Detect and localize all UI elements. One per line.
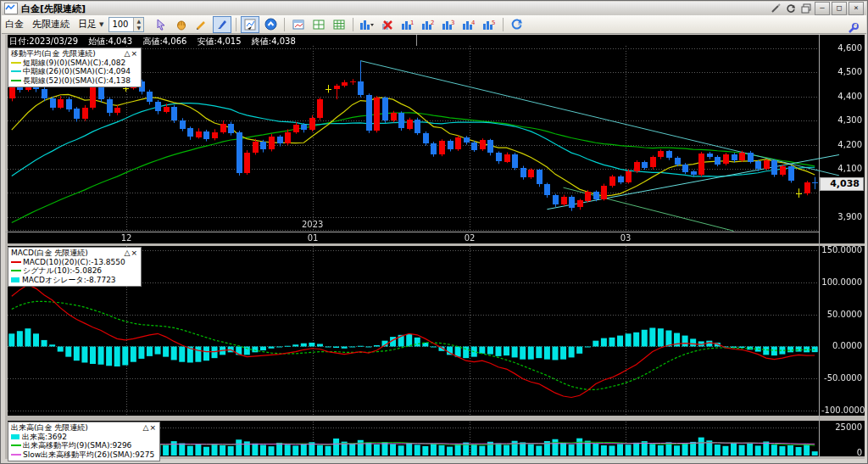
volume-ma26-swatch bbox=[11, 454, 21, 456]
legend-close-icon[interactable]: × bbox=[149, 423, 157, 432]
axis-tick: 4,100 bbox=[821, 164, 862, 173]
axis-tick: -100.0000 bbox=[821, 405, 862, 415]
axis-tick: 150.0000 bbox=[821, 245, 862, 254]
legend-controls[interactable]: △× bbox=[143, 423, 157, 433]
ma-long-row: 長期線(52)(0)(SMA)(C):4,138 bbox=[11, 76, 138, 86]
signal-line-row: シグナル(10):-5.0826 bbox=[11, 266, 138, 276]
legend-controls[interactable]: △× bbox=[125, 49, 138, 59]
year-label: 2023 bbox=[302, 220, 323, 229]
settings-wrench-icon[interactable] bbox=[848, 21, 859, 37]
month-label: 02 bbox=[465, 233, 476, 243]
oscillator-row: MACDオシレータ:-8.7723 bbox=[11, 276, 138, 285]
ma26-swatch bbox=[11, 70, 21, 72]
axis-tick: 4,200 bbox=[821, 140, 862, 149]
ma-legend: 移動平均(白金 先限連続) △× 短期線(9)(0)(SMA)(C):4,082… bbox=[8, 48, 142, 87]
macd-legend: MACD(白金 先限連続) △× MACD(10)(20)(C):-13.855… bbox=[8, 247, 142, 287]
month-label: 01 bbox=[308, 233, 319, 243]
volume-legend-title: 出来高(白金 先限連続) bbox=[11, 423, 88, 433]
month-label: 12 bbox=[121, 233, 132, 243]
ma9-swatch bbox=[11, 62, 21, 64]
volume-ma9-row: 出来高移動平均(9)(SMA):9296 bbox=[11, 441, 157, 450]
axis-tick: 3,900 bbox=[821, 212, 862, 221]
volume-swatch bbox=[11, 434, 19, 439]
axis-tick: 100.0000 bbox=[821, 277, 862, 287]
ma-short-row: 短期線(9)(0)(SMA)(C):4,082 bbox=[11, 59, 138, 68]
volume-row: 出来高:3692 bbox=[11, 433, 157, 442]
ma-legend-title: 移動平均(白金 先限連続) bbox=[11, 49, 96, 59]
quote-high: 高値:4,066 bbox=[142, 36, 186, 46]
volume-ma26-row: Slow出来高移動平均(26)(SMA):9275 bbox=[11, 450, 157, 460]
quote-low: 安値:4,015 bbox=[198, 36, 242, 46]
macd-legend-title: MACD(白金 先限連続) bbox=[11, 249, 88, 258]
last-price-box: 4,038 bbox=[820, 177, 864, 191]
legend-close-icon[interactable]: × bbox=[131, 49, 138, 58]
axis-tick: 50.0000 bbox=[821, 310, 862, 319]
axis-tick: 4,500 bbox=[821, 67, 862, 76]
quote-open: 始値:4,043 bbox=[88, 36, 132, 46]
quote-info-bar: 日付:2023/03/29 始値:4,043 高値:4,066 安値:4,015… bbox=[9, 36, 303, 46]
quote-close: 終値:4,038 bbox=[252, 36, 296, 46]
macd-line-row: MACD(10)(20)(C):-13.8550 bbox=[11, 258, 138, 267]
axis-tick: -50.0000 bbox=[821, 373, 862, 383]
axis-tick: 4,600 bbox=[821, 43, 862, 53]
volume-legend: 出来高(白金 先限連続) △× 出来高:3692 出来高移動平均(9)(SMA)… bbox=[8, 422, 160, 461]
axis-tick: 4,400 bbox=[821, 92, 862, 101]
macd-swatch bbox=[11, 261, 21, 263]
quote-date: 日付:2023/03/29 bbox=[9, 36, 78, 46]
month-label: 03 bbox=[620, 233, 632, 243]
axis-tick: 4,300 bbox=[821, 115, 862, 125]
info-bar-divider bbox=[416, 35, 417, 46]
legend-close-icon[interactable]: × bbox=[131, 249, 138, 257]
ma-mid-row: 中期線(26)(0)(SMA)(C):4,094 bbox=[11, 67, 138, 76]
oscillator-swatch bbox=[11, 277, 19, 282]
volume-ma9-swatch bbox=[11, 444, 21, 446]
axis-tick: 0 bbox=[821, 448, 862, 457]
app-window: 白金[先限連続] – □ × 白金 先限連続 日足 ▼ 100 ▲ ▼ bbox=[0, 0, 868, 464]
axis-tick: 25000 bbox=[821, 422, 862, 432]
signal-swatch bbox=[11, 270, 21, 271]
legend-controls[interactable]: △× bbox=[125, 249, 138, 258]
axis-tick: 0.0000 bbox=[821, 341, 862, 350]
ma52-swatch bbox=[11, 80, 21, 81]
